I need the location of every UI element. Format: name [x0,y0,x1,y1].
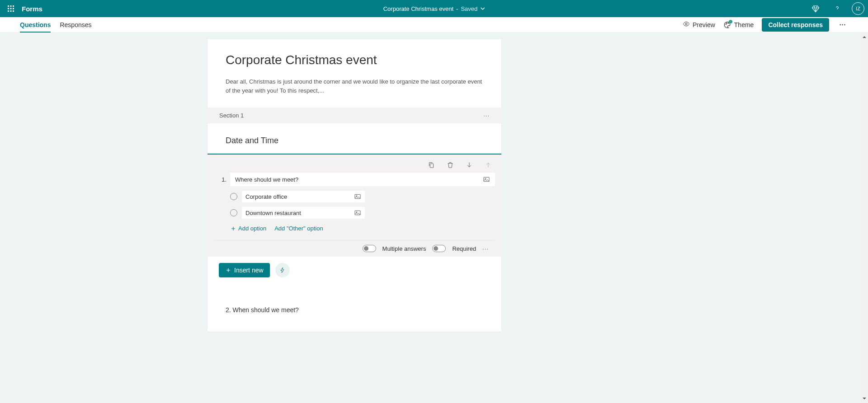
option-media-icon[interactable] [354,209,361,216]
question-text-row: 1. Where should we meet? [214,173,495,191]
chevron-down-icon[interactable] [480,6,485,11]
insert-new-label: Insert new [234,267,264,274]
svg-point-9 [685,23,687,25]
header-right: IZ [808,1,864,16]
svg-point-15 [485,178,486,179]
question-card-1: 1. Where should we meet? Corporate offic… [208,154,501,257]
tab-questions[interactable]: Questions [20,17,51,32]
svg-point-17 [356,196,357,197]
title-separator: - [456,5,458,12]
vertical-scrollbar[interactable] [860,32,868,403]
scroll-down-icon[interactable] [860,394,868,402]
question-toolbar [214,160,495,173]
more-commands-icon[interactable]: ··· [837,21,848,28]
form-card: Corporate Christmas event Dear all, Chri… [208,39,501,332]
form-title: Corporate Christmas event [226,53,483,67]
svg-rect-13 [430,164,433,168]
move-up-icon [483,160,493,170]
account-avatar[interactable]: IZ [852,2,864,15]
option-media-icon[interactable] [354,193,361,200]
svg-rect-4 [10,8,12,9]
insert-new-row: Insert new [208,257,501,277]
section-header-bar[interactable]: Section 1 ··· [208,108,501,123]
radio-icon [230,209,237,216]
question-2-row[interactable]: 2. When should we meet? [208,277,501,332]
svg-rect-2 [13,5,14,7]
svg-rect-6 [8,10,9,12]
add-option-label: Add option [238,225,266,232]
app-name[interactable]: Forms [22,5,42,13]
move-down-icon[interactable] [464,160,474,170]
eye-icon [683,20,690,29]
add-option-button[interactable]: Add option [230,225,266,232]
delete-question-icon[interactable] [445,160,455,170]
copy-question-icon[interactable] [426,160,436,170]
collect-responses-button[interactable]: Collect responses [762,18,829,32]
svg-rect-8 [13,10,14,12]
question-2-text: When should we meet? [233,306,299,314]
preview-label: Preview [693,21,715,28]
app-header: Forms Corporate Christmas event - Saved … [0,0,868,17]
question-more-icon[interactable]: ··· [482,245,489,252]
preview-button[interactable]: Preview [683,20,715,29]
add-option-row: Add option Add "Other" option [214,223,495,240]
svg-rect-3 [8,8,9,9]
command-bar: Questions Responses Preview Theme Collec… [0,17,868,32]
svg-rect-7 [10,10,12,12]
main-tabs: Questions Responses [20,17,92,32]
question-number: 1. [218,176,226,183]
section-more-icon[interactable]: ··· [483,112,490,119]
section-title: Date and Time [226,136,483,145]
document-title-area[interactable]: Corporate Christmas event - Saved [383,5,485,12]
option-text: Downtown restaurant [245,210,301,216]
multiple-answers-toggle[interactable] [363,245,376,252]
option-input-1[interactable]: Corporate office [242,191,365,202]
tab-responses[interactable]: Responses [60,17,91,32]
form-canvas: Corporate Christmas event Dear all, Chri… [0,32,868,403]
question-footer: Multiple answers Required ··· [214,240,495,257]
multiple-answers-label: Multiple answers [382,245,426,252]
theme-label: Theme [734,21,754,28]
theme-button[interactable]: Theme [723,21,754,29]
svg-point-12 [728,23,729,23]
avatar-initials: IZ [856,6,860,11]
theme-icon [723,21,731,29]
question-2-number: 2. [226,306,231,314]
form-description: Dear all, Christmas is just around the c… [226,77,483,95]
question-text: Where should we meet? [235,176,298,183]
add-other-option-button[interactable]: Add "Other" option [274,225,323,232]
scroll-up-icon[interactable] [860,33,868,41]
insert-media-icon[interactable] [483,176,490,183]
document-title: Corporate Christmas event [383,5,453,12]
option-row-1: Corporate office [214,191,495,207]
option-text: Corporate office [245,193,287,200]
svg-point-10 [726,23,726,24]
required-toggle[interactable] [432,245,446,252]
option-input-2[interactable]: Downtown restaurant [242,207,365,219]
option-row-2: Downtown restaurant [214,207,495,223]
app-launcher-icon[interactable] [4,1,18,16]
radio-icon [230,193,237,200]
form-header-block[interactable]: Corporate Christmas event Dear all, Chri… [208,39,501,108]
svg-rect-1 [10,5,12,7]
question-text-input[interactable]: Where should we meet? [230,173,495,186]
command-bar-right: Preview Theme Collect responses ··· [683,18,848,32]
premium-icon[interactable] [808,1,823,16]
insert-new-button[interactable]: Insert new [219,263,270,277]
help-icon[interactable] [830,1,844,16]
section-header-label: Section 1 [219,112,244,119]
save-status: Saved [461,5,477,12]
svg-rect-0 [8,5,9,7]
svg-rect-5 [13,8,14,9]
section-title-row[interactable]: Date and Time [208,123,501,154]
required-label: Required [452,245,476,252]
svg-point-19 [356,212,357,213]
svg-point-11 [726,23,727,23]
suggestions-icon[interactable] [275,263,290,277]
